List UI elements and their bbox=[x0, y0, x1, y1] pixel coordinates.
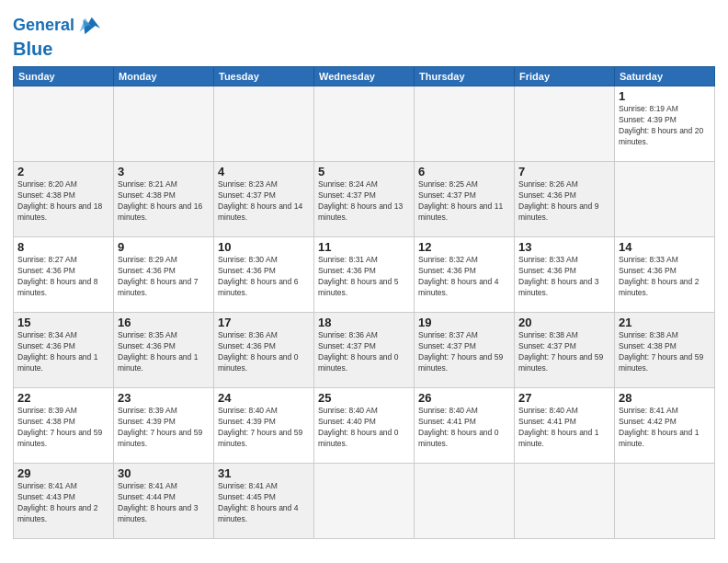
day-info: Sunrise: 8:29 AMSunset: 4:36 PMDaylight:… bbox=[118, 255, 210, 299]
daylight-text: Daylight: 8 hours and 18 minutes. bbox=[17, 201, 109, 224]
calendar-cell-day-5: 5Sunrise: 8:24 AMSunset: 4:37 PMDaylight… bbox=[314, 162, 415, 237]
day-number: 10 bbox=[218, 240, 310, 254]
daylight-text: Daylight: 8 hours and 5 minutes. bbox=[318, 277, 410, 299]
calendar-cell-day-6: 6Sunrise: 8:25 AMSunset: 4:37 PMDaylight… bbox=[415, 162, 515, 237]
day-info: Sunrise: 8:25 AMSunset: 4:37 PMDaylight:… bbox=[418, 179, 510, 224]
day-info: Sunrise: 8:38 AMSunset: 4:38 PMDaylight:… bbox=[619, 330, 711, 374]
sunset-text: Sunset: 4:42 PM bbox=[619, 417, 711, 428]
daylight-text: Daylight: 8 hours and 6 minutes. bbox=[218, 277, 310, 299]
day-number: 27 bbox=[518, 391, 610, 405]
day-info: Sunrise: 8:23 AMSunset: 4:37 PMDaylight:… bbox=[218, 179, 310, 224]
sunset-text: Sunset: 4:38 PM bbox=[17, 190, 109, 201]
daylight-text: Daylight: 8 hours and 16 minutes. bbox=[118, 201, 210, 224]
day-number: 19 bbox=[418, 316, 510, 329]
logo-blue: Blue bbox=[13, 39, 102, 59]
daylight-text: Daylight: 8 hours and 13 minutes. bbox=[318, 201, 410, 224]
sunset-text: Sunset: 4:37 PM bbox=[418, 341, 510, 352]
day-number: 3 bbox=[118, 165, 210, 178]
day-info: Sunrise: 8:40 AMSunset: 4:39 PMDaylight:… bbox=[218, 406, 310, 450]
sunrise-text: Sunrise: 8:27 AM bbox=[17, 255, 109, 266]
day-number: 26 bbox=[418, 391, 510, 405]
calendar-cell-day-16: 16Sunrise: 8:35 AMSunset: 4:36 PMDayligh… bbox=[114, 313, 214, 388]
empty-cell bbox=[14, 86, 114, 162]
calendar-cell-day-30: 30Sunrise: 8:41 AMSunset: 4:44 PMDayligh… bbox=[114, 464, 214, 539]
sunrise-text: Sunrise: 8:37 AM bbox=[418, 330, 510, 341]
sunrise-text: Sunrise: 8:30 AM bbox=[218, 255, 310, 266]
calendar-cell-day-12: 12Sunrise: 8:32 AMSunset: 4:36 PMDayligh… bbox=[415, 237, 515, 313]
sunrise-text: Sunrise: 8:40 AM bbox=[418, 406, 510, 417]
sunrise-text: Sunrise: 8:29 AM bbox=[118, 255, 210, 266]
day-number: 9 bbox=[118, 240, 210, 254]
calendar-cell-day-23: 23Sunrise: 8:39 AMSunset: 4:39 PMDayligh… bbox=[114, 388, 214, 464]
sunrise-text: Sunrise: 8:19 AM bbox=[619, 104, 711, 115]
daylight-text: Daylight: 8 hours and 1 minute. bbox=[118, 352, 210, 374]
calendar-cell-sunday: 22Sunrise: 8:39 AMSunset: 4:38 PMDayligh… bbox=[14, 388, 114, 464]
sunset-text: Sunset: 4:36 PM bbox=[518, 190, 610, 201]
sunset-text: Sunset: 4:36 PM bbox=[619, 266, 711, 277]
calendar-cell-day-13: 13Sunrise: 8:33 AMSunset: 4:36 PMDayligh… bbox=[515, 237, 615, 313]
day-info: Sunrise: 8:30 AMSunset: 4:36 PMDaylight:… bbox=[218, 255, 310, 299]
day-info: Sunrise: 8:27 AMSunset: 4:36 PMDaylight:… bbox=[17, 255, 109, 299]
sunrise-text: Sunrise: 8:38 AM bbox=[619, 330, 711, 341]
day-info: Sunrise: 8:39 AMSunset: 4:38 PMDaylight:… bbox=[17, 406, 109, 450]
day-info: Sunrise: 8:36 AMSunset: 4:37 PMDaylight:… bbox=[318, 330, 410, 374]
calendar-cell-day-7: 7Sunrise: 8:26 AMSunset: 4:36 PMDaylight… bbox=[515, 162, 615, 237]
calendar-cell-day-24: 24Sunrise: 8:40 AMSunset: 4:39 PMDayligh… bbox=[214, 388, 314, 464]
calendar-cell-day-3: 3Sunrise: 8:21 AMSunset: 4:38 PMDaylight… bbox=[114, 162, 214, 237]
empty-cell bbox=[515, 464, 615, 539]
sunset-text: Sunset: 4:38 PM bbox=[17, 417, 109, 428]
sunset-text: Sunset: 4:36 PM bbox=[318, 266, 410, 277]
day-number: 22 bbox=[17, 391, 109, 405]
calendar-week-row: 2Sunrise: 8:20 AMSunset: 4:38 PMDaylight… bbox=[14, 162, 715, 237]
daylight-text: Daylight: 8 hours and 2 minutes. bbox=[619, 277, 711, 299]
sunset-text: Sunset: 4:37 PM bbox=[318, 341, 410, 352]
col-header-monday: Monday bbox=[114, 67, 214, 86]
sunrise-text: Sunrise: 8:26 AM bbox=[518, 179, 610, 190]
daylight-text: Daylight: 8 hours and 1 minute. bbox=[17, 352, 109, 374]
day-number: 20 bbox=[518, 316, 610, 329]
calendar-cell-day-19: 19Sunrise: 8:37 AMSunset: 4:37 PMDayligh… bbox=[415, 313, 515, 388]
col-header-tuesday: Tuesday bbox=[214, 67, 314, 86]
day-number: 31 bbox=[218, 466, 310, 480]
day-info: Sunrise: 8:40 AMSunset: 4:41 PMDaylight:… bbox=[518, 406, 610, 450]
sunrise-text: Sunrise: 8:39 AM bbox=[118, 406, 210, 417]
sunset-text: Sunset: 4:37 PM bbox=[218, 190, 310, 201]
sunset-text: Sunset: 4:41 PM bbox=[418, 417, 510, 428]
daylight-text: Daylight: 8 hours and 3 minutes. bbox=[518, 277, 610, 299]
calendar-week-row: 15Sunrise: 8:34 AMSunset: 4:36 PMDayligh… bbox=[14, 313, 715, 388]
day-number: 29 bbox=[17, 466, 109, 480]
sunrise-text: Sunrise: 8:40 AM bbox=[218, 406, 310, 417]
daylight-text: Daylight: 8 hours and 9 minutes. bbox=[518, 201, 610, 224]
sunrise-text: Sunrise: 8:25 AM bbox=[418, 179, 510, 190]
sunrise-text: Sunrise: 8:39 AM bbox=[17, 406, 109, 417]
sunset-text: Sunset: 4:36 PM bbox=[118, 266, 210, 277]
sunset-text: Sunset: 4:40 PM bbox=[318, 417, 410, 428]
empty-cell bbox=[314, 464, 415, 539]
empty-cell bbox=[615, 162, 715, 237]
day-number: 17 bbox=[218, 316, 310, 329]
sunset-text: Sunset: 4:39 PM bbox=[118, 417, 210, 428]
sunrise-text: Sunrise: 8:35 AM bbox=[118, 330, 210, 341]
day-info: Sunrise: 8:32 AMSunset: 4:36 PMDaylight:… bbox=[418, 255, 510, 299]
calendar-week-row: 8Sunrise: 8:27 AMSunset: 4:36 PMDaylight… bbox=[14, 237, 715, 313]
sunset-text: Sunset: 4:36 PM bbox=[17, 341, 109, 352]
calendar-cell-day-10: 10Sunrise: 8:30 AMSunset: 4:36 PMDayligh… bbox=[214, 237, 314, 313]
empty-cell bbox=[415, 464, 515, 539]
sunset-text: Sunset: 4:37 PM bbox=[418, 190, 510, 201]
day-number: 28 bbox=[619, 391, 711, 405]
daylight-text: Daylight: 8 hours and 0 minutes. bbox=[318, 428, 410, 450]
daylight-text: Daylight: 7 hours and 59 minutes. bbox=[118, 428, 210, 450]
day-info: Sunrise: 8:41 AMSunset: 4:44 PMDaylight:… bbox=[118, 481, 210, 525]
empty-cell bbox=[415, 86, 515, 162]
daylight-text: Daylight: 7 hours and 59 minutes. bbox=[418, 352, 510, 374]
calendar-cell-day-9: 9Sunrise: 8:29 AMSunset: 4:36 PMDaylight… bbox=[114, 237, 214, 313]
day-number: 4 bbox=[218, 165, 310, 178]
sunrise-text: Sunrise: 8:41 AM bbox=[17, 481, 109, 492]
col-header-friday: Friday bbox=[515, 67, 615, 86]
empty-cell bbox=[214, 86, 314, 162]
day-info: Sunrise: 8:34 AMSunset: 4:36 PMDaylight:… bbox=[17, 330, 109, 374]
day-number: 5 bbox=[318, 165, 410, 178]
day-number: 7 bbox=[518, 165, 610, 178]
daylight-text: Daylight: 7 hours and 59 minutes. bbox=[17, 428, 109, 450]
day-info: Sunrise: 8:35 AMSunset: 4:36 PMDaylight:… bbox=[118, 330, 210, 374]
